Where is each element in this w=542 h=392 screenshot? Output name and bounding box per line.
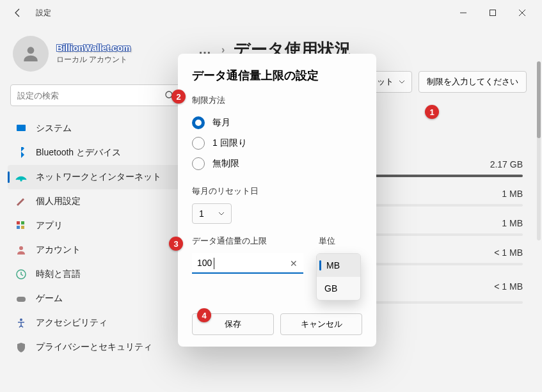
annotation-badge-4: 4	[197, 308, 211, 322]
unit-option-gb[interactable]: GB	[317, 277, 360, 300]
clear-input-button[interactable]: ✕	[288, 258, 299, 269]
radio-option-0[interactable]: 毎月	[192, 113, 362, 133]
limit-method-radio-group: 毎月1 回限り無制限	[192, 113, 362, 174]
radio-label: 毎月	[212, 117, 230, 129]
unit-option-mb[interactable]: MB	[317, 254, 360, 277]
radio-option-2[interactable]: 無制限	[192, 153, 362, 174]
text-cursor	[214, 258, 214, 269]
reset-day-select[interactable]: 1	[192, 203, 232, 224]
unit-dropdown[interactable]: MBGB	[316, 253, 361, 301]
radio-icon	[192, 116, 205, 129]
radio-label: 無制限	[212, 158, 239, 169]
annotation-badge-3: 3	[169, 237, 183, 251]
dialog-title: データ通信量上限の設定	[192, 68, 362, 83]
annotation-badge-1: 1	[425, 105, 439, 119]
radio-icon	[192, 137, 205, 150]
radio-icon	[192, 157, 205, 170]
cancel-button[interactable]: キャンセル	[280, 313, 362, 335]
radio-label: 1 回限り	[212, 137, 247, 149]
annotation-badge-2: 2	[171, 90, 186, 104]
method-label: 制限方法	[192, 95, 362, 106]
reset-day-label: 毎月のリセット日	[192, 185, 362, 197]
unit-label: 単位	[319, 235, 362, 247]
data-limit-dialog: データ通信量上限の設定 制限方法 毎月1 回限り無制限 毎月のリセット日 1 デ…	[178, 54, 376, 347]
radio-option-1[interactable]: 1 回限り	[192, 133, 362, 153]
limit-input[interactable]	[192, 253, 303, 274]
limit-amount-label: データ通信量の上限	[192, 235, 303, 247]
chevron-down-icon	[218, 210, 225, 217]
